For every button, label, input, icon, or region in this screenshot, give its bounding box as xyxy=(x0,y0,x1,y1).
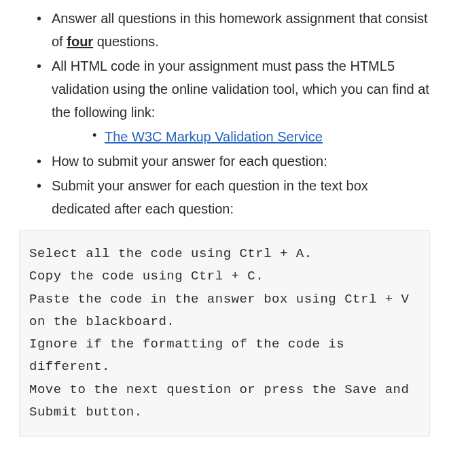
emphasis-four: four xyxy=(67,34,93,49)
sub-list: The W3C Markup Validation Service xyxy=(52,125,430,148)
instruction-text: All HTML code in your assignment must pa… xyxy=(52,58,429,120)
instruction-item-1: Answer all questions in this homework as… xyxy=(52,7,430,53)
code-instructions-block: Select all the code using Ctrl + A. Copy… xyxy=(19,230,430,437)
instruction-list: Answer all questions in this homework as… xyxy=(19,7,430,220)
instruction-text: Submit your answer for each question in … xyxy=(52,178,368,216)
sub-list-item: The W3C Markup Validation Service xyxy=(105,125,430,148)
w3c-validator-link[interactable]: The W3C Markup Validation Service xyxy=(105,129,323,144)
instruction-item-3: How to submit your answer for each quest… xyxy=(52,150,430,173)
instruction-item-2: All HTML code in your assignment must pa… xyxy=(52,54,430,148)
text-part: questions. xyxy=(93,34,159,49)
instruction-text: Answer all questions in this homework as… xyxy=(52,11,428,49)
instruction-item-4: Submit your answer for each question in … xyxy=(52,174,430,220)
instruction-text: How to submit your answer for each quest… xyxy=(52,154,327,169)
